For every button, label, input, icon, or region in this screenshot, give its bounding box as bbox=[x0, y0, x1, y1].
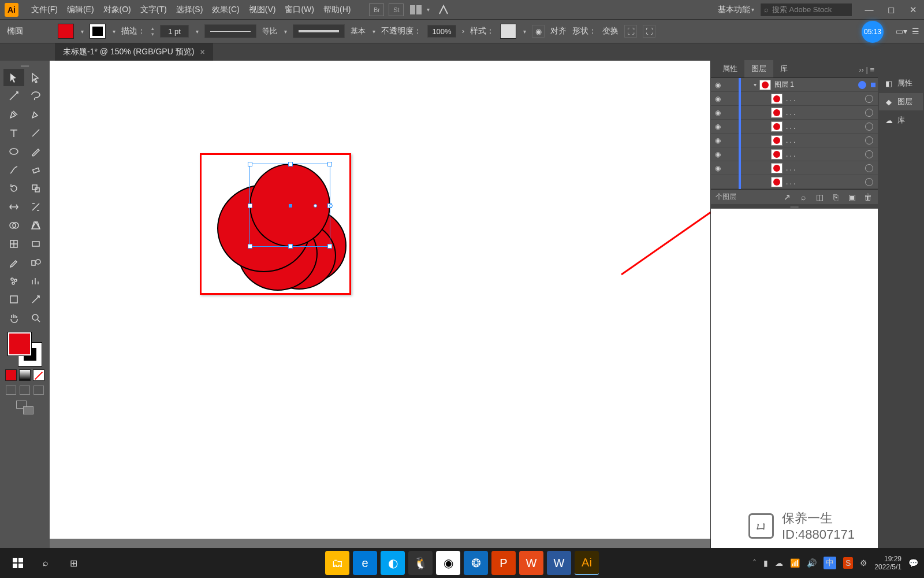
free-transform-tool[interactable] bbox=[25, 198, 46, 216]
layer-row-parent[interactable]: ◉ ▾ 图层 1 bbox=[711, 78, 878, 92]
edge-legacy-task-icon[interactable]: e bbox=[353, 551, 377, 575]
layer-row-child[interactable]: ◉. . . bbox=[711, 120, 878, 134]
gradient-mode[interactable] bbox=[19, 369, 31, 381]
illustrator-task-icon[interactable]: Ai bbox=[575, 551, 599, 575]
zoom-tool[interactable] bbox=[25, 309, 46, 327]
brush-tool[interactable] bbox=[25, 143, 46, 160]
layer-name[interactable]: 图层 1 bbox=[774, 80, 858, 90]
isolate2-icon[interactable]: ⛶ bbox=[643, 25, 655, 38]
taskview-icon[interactable]: ⊞ bbox=[60, 548, 87, 578]
lasso-tool[interactable] bbox=[25, 87, 46, 105]
brush-def[interactable] bbox=[293, 24, 345, 38]
eyedropper-tool[interactable] bbox=[3, 254, 24, 271]
menu-type[interactable]: 文字(T) bbox=[136, 5, 172, 15]
none-mode[interactable] bbox=[33, 369, 44, 381]
width-tool[interactable] bbox=[3, 198, 24, 216]
volume-icon[interactable]: 🔊 bbox=[807, 558, 817, 568]
close-button[interactable]: ✕ bbox=[902, 0, 924, 19]
panel-grip[interactable]: ══ bbox=[711, 204, 878, 209]
menu-help[interactable]: 帮助(H) bbox=[319, 5, 355, 15]
stroke-width-input[interactable] bbox=[160, 25, 189, 38]
direct-selection-tool[interactable] bbox=[25, 69, 46, 86]
new-layer-icon[interactable]: ▣ bbox=[847, 192, 857, 202]
onedrive-icon[interactable]: ☁ bbox=[775, 558, 783, 568]
layer-row-child[interactable]: ◉. . . bbox=[711, 147, 878, 161]
magic-wand-tool[interactable] bbox=[3, 87, 24, 105]
prefs-icon[interactable]: ▭▾ bbox=[896, 27, 907, 36]
fill-stroke-control[interactable] bbox=[8, 332, 42, 366]
notifications-icon[interactable]: 💬 bbox=[908, 558, 918, 568]
shape-label[interactable]: 形状： bbox=[572, 26, 597, 36]
target-icon[interactable] bbox=[858, 81, 866, 89]
blend-tool[interactable] bbox=[25, 254, 46, 271]
qq-task-icon[interactable]: 🐧 bbox=[408, 551, 433, 575]
strip-layers[interactable]: ◆图层 bbox=[879, 93, 923, 110]
layer-row-child[interactable]: ◉. . . bbox=[711, 106, 878, 120]
strip-libraries[interactable]: ☁库 bbox=[879, 112, 923, 129]
artboard[interactable] bbox=[50, 61, 710, 539]
mesh-tool[interactable] bbox=[3, 235, 24, 253]
new-sublayer-icon[interactable]: ⎘ bbox=[830, 192, 841, 202]
chevron-down-icon[interactable]: ▾ bbox=[427, 6, 430, 13]
type-tool[interactable] bbox=[3, 124, 24, 142]
arrange-docs-icon[interactable] bbox=[409, 5, 422, 15]
stroke-profile[interactable] bbox=[204, 24, 256, 38]
recolor-icon[interactable]: ◉ bbox=[532, 25, 545, 38]
panel-collapse-icon[interactable]: ›› | ≡ bbox=[855, 62, 878, 77]
tray-chevron-icon[interactable]: ˄ bbox=[752, 558, 757, 568]
stock-search[interactable]: ⌕ 搜索 Adobe Stock bbox=[760, 3, 852, 17]
menu-select[interactable]: 选择(S) bbox=[172, 5, 208, 15]
locate-icon[interactable]: ↗ bbox=[782, 192, 792, 202]
rotate-tool[interactable] bbox=[3, 180, 24, 197]
stock-icon[interactable]: St bbox=[389, 3, 404, 16]
layer-row-child[interactable]: ◉. . . bbox=[711, 161, 878, 175]
wps-task-icon[interactable]: W bbox=[519, 551, 543, 575]
tab-layers[interactable]: 图层 bbox=[744, 60, 773, 77]
tab-properties[interactable]: 属性 bbox=[716, 60, 744, 77]
fill-swatch[interactable] bbox=[58, 24, 74, 39]
workspace-dropdown[interactable]: 基本功能▾ bbox=[718, 5, 754, 15]
maximize-button[interactable]: ◻ bbox=[880, 0, 902, 19]
symbol-spray-tool[interactable] bbox=[3, 272, 24, 290]
fill-color[interactable] bbox=[8, 332, 31, 355]
visibility-toggle[interactable]: ◉ bbox=[711, 81, 725, 89]
artboard-tool[interactable] bbox=[3, 291, 24, 308]
hand-tool[interactable] bbox=[3, 309, 24, 327]
chrome-task-icon[interactable]: ◉ bbox=[436, 551, 460, 575]
style-swatch[interactable] bbox=[500, 24, 516, 39]
ellipse-tool[interactable] bbox=[3, 143, 24, 160]
settings-tray-icon[interactable]: ⚙ bbox=[860, 558, 867, 568]
isolate-icon[interactable]: ⛶ bbox=[624, 25, 637, 38]
ime-s-icon[interactable]: S bbox=[843, 557, 853, 569]
browser-task-icon[interactable]: ◐ bbox=[381, 551, 405, 575]
layer-row-child[interactable]: ◉. . . bbox=[711, 134, 878, 147]
search-taskbar-icon[interactable]: ⌕ bbox=[32, 548, 59, 578]
ppt-task-icon[interactable]: P bbox=[491, 551, 516, 575]
toolbox-grip[interactable]: ══ bbox=[13, 63, 36, 69]
stroke-swatch[interactable] bbox=[90, 24, 106, 39]
tab-libraries[interactable]: 库 bbox=[773, 60, 795, 77]
ime-indicator[interactable]: 中 bbox=[824, 557, 836, 569]
selection-bounds[interactable] bbox=[249, 164, 330, 247]
opacity-input[interactable] bbox=[427, 25, 456, 38]
clip-mask-icon[interactable]: ◫ bbox=[814, 192, 825, 202]
layer-list[interactable]: ◉ ▾ 图层 1 ◉. . . ◉. . . ◉. . . ◉. . . ◉. … bbox=[711, 78, 878, 189]
curvature-tool[interactable] bbox=[25, 106, 46, 123]
menu-view[interactable]: 视图(V) bbox=[244, 5, 281, 15]
explorer-task-icon[interactable]: 🗂 bbox=[325, 551, 349, 575]
pen-tool[interactable] bbox=[3, 106, 24, 123]
bridge-icon[interactable]: Br bbox=[369, 3, 384, 16]
eraser-tool[interactable] bbox=[25, 161, 46, 179]
graph-tool[interactable] bbox=[25, 272, 46, 290]
selection-tool[interactable] bbox=[3, 69, 24, 86]
shaper-tool[interactable] bbox=[3, 161, 24, 179]
wifi-icon[interactable]: 📶 bbox=[790, 558, 800, 568]
gpu-icon[interactable] bbox=[438, 4, 449, 16]
document-tab[interactable]: 未标题-1* @ 150% (RGB/GPU 预览) × bbox=[55, 43, 213, 61]
search-layer-icon[interactable]: ⌕ bbox=[798, 192, 808, 202]
clock[interactable]: 19:29 2022/5/1 bbox=[874, 555, 901, 572]
align-label[interactable]: 对齐 bbox=[550, 26, 567, 36]
delete-layer-icon[interactable]: 🗑 bbox=[863, 192, 873, 202]
transform-label[interactable]: 变换 bbox=[602, 26, 619, 36]
word-task-icon[interactable]: W bbox=[547, 551, 571, 575]
